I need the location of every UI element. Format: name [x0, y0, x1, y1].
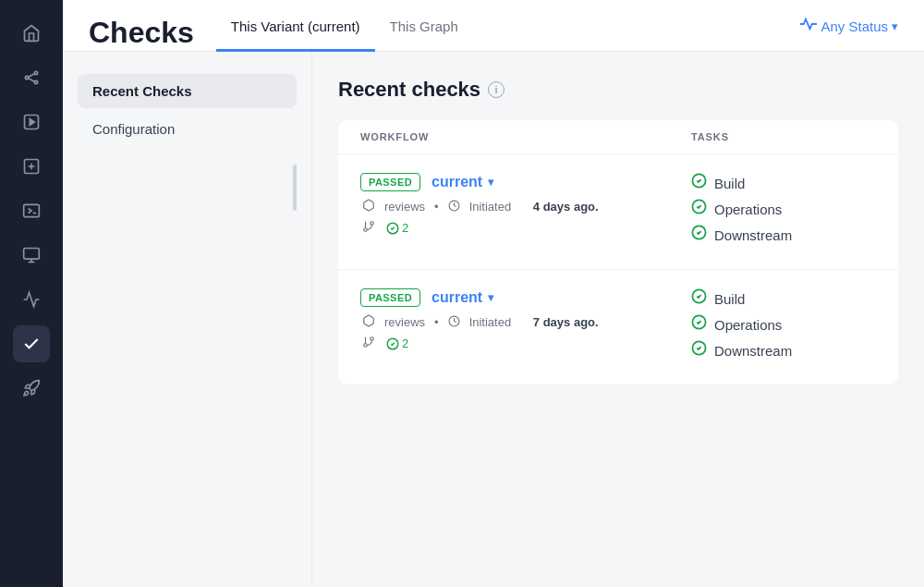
task-build-1: Build	[691, 173, 876, 193]
svg-point-16	[371, 222, 374, 226]
workflow-name-1[interactable]: current ▾	[432, 174, 493, 190]
scrollbar[interactable]	[293, 165, 297, 211]
table-row: PASSED current ▾	[338, 270, 898, 385]
device-icon[interactable]	[13, 237, 50, 274]
workflow-name-2[interactable]: current ▾	[432, 289, 493, 306]
panel-title: Recent checks i	[338, 78, 898, 102]
task-downstream-1: Downstream	[691, 225, 876, 245]
workflow-meta-2: reviews • Initiated 7 days ago.	[360, 314, 691, 330]
activity-filter-icon	[800, 18, 817, 34]
tab-this-graph[interactable]: This Graph	[375, 0, 473, 52]
checks-icon[interactable]	[13, 325, 50, 362]
workflow-column-1: PASSED current ▾	[360, 173, 691, 236]
tab-bar: This Variant (current) This Graph	[216, 0, 801, 51]
content-area: Recent Checks Configuration Recent check…	[63, 52, 924, 587]
reviews-label-1: reviews	[384, 200, 425, 214]
clock-icon-2	[448, 315, 460, 330]
task-build-2: Build	[691, 288, 876, 309]
tasks-col-header: TASKS	[691, 131, 876, 142]
clock-icon-1	[448, 200, 460, 214]
page-title: Checks	[89, 1, 216, 50]
left-nav: Recent Checks Configuration	[63, 52, 312, 587]
status-filter[interactable]: Any Status ▾	[800, 18, 898, 51]
main-panel: Recent checks i WORKFLOW TASKS PASSED	[312, 52, 924, 587]
svg-point-0	[25, 76, 28, 79]
svg-point-25	[364, 344, 368, 348]
table-row: PASSED current ▾	[338, 154, 898, 270]
workflow-footer-1: 2	[360, 220, 691, 236]
passed-badge-1: PASSED	[360, 173, 420, 191]
sidebar	[0, 0, 63, 587]
svg-line-3	[29, 74, 35, 77]
svg-point-2	[34, 80, 37, 83]
workflow-column-2: PASSED current ▾	[360, 288, 691, 351]
terminal-icon[interactable]	[13, 192, 50, 229]
task-operations-2: Operations	[691, 314, 876, 335]
chevron-down-icon-1: ▾	[488, 176, 493, 189]
svg-point-1	[34, 71, 37, 74]
box-icon-1	[362, 199, 375, 214]
plus-square-icon[interactable]	[13, 148, 50, 185]
reviews-label-2: reviews	[384, 315, 425, 329]
page-header: Checks This Variant (current) This Graph…	[63, 0, 924, 52]
check-icon	[691, 173, 707, 193]
svg-rect-12	[24, 249, 40, 260]
svg-line-4	[29, 79, 35, 81]
checks-table: WORKFLOW TASKS PASSED current ▾	[338, 120, 898, 385]
main-content: Checks This Variant (current) This Graph…	[63, 0, 924, 587]
workflow-top-1: PASSED current ▾	[360, 173, 691, 191]
initiated-label-2: Initiated	[469, 315, 512, 329]
time-ago-2: 7 days ago.	[533, 315, 599, 329]
task-downstream-2: Downstream	[691, 340, 876, 361]
time-ago-1: 4 days ago.	[533, 200, 599, 214]
box-icon-2	[362, 314, 375, 330]
info-icon[interactable]: i	[488, 81, 505, 98]
activity-icon[interactable]	[13, 281, 50, 318]
table-header: WORKFLOW TASKS	[338, 120, 898, 154]
passed-badge-2: PASSED	[360, 288, 420, 307]
check-icon	[691, 225, 707, 245]
check-count-icon-1: 2	[386, 221, 408, 235]
svg-point-17	[364, 228, 368, 232]
chevron-down-icon: ▾	[892, 19, 898, 33]
chevron-down-icon-2: ▾	[488, 291, 493, 304]
rocket-icon[interactable]	[13, 370, 50, 407]
check-icon	[691, 199, 707, 219]
svg-point-24	[371, 337, 374, 341]
svg-marker-6	[30, 119, 34, 126]
workflow-footer-2: 2	[360, 336, 691, 351]
workflow-col-header: WORKFLOW	[360, 131, 691, 142]
workflow-top-2: PASSED current ▾	[360, 288, 691, 307]
check-icon	[691, 340, 707, 361]
nav-item-configuration[interactable]: Configuration	[78, 112, 297, 146]
check-icon	[691, 314, 707, 335]
tasks-column-2: Build Operations	[691, 288, 876, 366]
status-filter-label: Any Status	[821, 18, 888, 34]
play-icon[interactable]	[13, 104, 50, 141]
check-icon	[691, 288, 707, 309]
initiated-label-1: Initiated	[469, 200, 512, 214]
workflow-meta-1: reviews • Initiated 4 days ago.	[360, 199, 691, 214]
nav-item-recent-checks[interactable]: Recent Checks	[78, 74, 297, 108]
home-icon[interactable]	[13, 15, 50, 52]
graph-icon[interactable]	[13, 59, 50, 96]
tasks-column-1: Build Operations	[691, 173, 876, 251]
tab-this-variant[interactable]: This Variant (current)	[216, 0, 375, 52]
check-count-icon-2: 2	[386, 336, 408, 350]
task-operations-1: Operations	[691, 199, 876, 219]
fork-icon-1	[362, 220, 375, 236]
fork-icon-2	[362, 336, 375, 351]
